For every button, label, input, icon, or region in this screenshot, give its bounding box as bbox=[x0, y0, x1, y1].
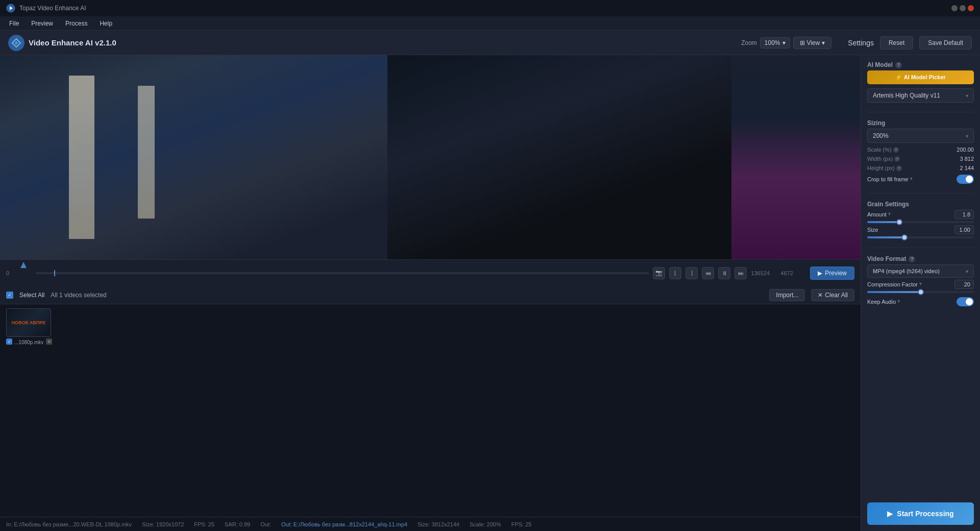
menubar: File Preview Process Help bbox=[0, 16, 980, 31]
divider-2 bbox=[867, 193, 974, 194]
amount-label-row: Amount ? 1.8 bbox=[867, 210, 974, 219]
compression-fill bbox=[867, 291, 921, 293]
clear-icon: ✕ bbox=[818, 292, 823, 299]
keep-audio-toggle[interactable] bbox=[957, 297, 974, 306]
sizing-dropdown[interactable]: 200% ▾ bbox=[867, 129, 974, 143]
video-area: 0 📷 ⌊ ⌋ ⏮ ⏸ ⏭ 136524 4672 ▶ Preview ✓ Se… bbox=[0, 55, 861, 531]
format-dropdown[interactable]: MP4 (mpeg4 (h264) video) ▾ bbox=[867, 264, 974, 278]
zoom-dropdown[interactable]: 100% ▾ bbox=[760, 37, 790, 49]
video-frame bbox=[0, 55, 861, 259]
start-processing-button[interactable]: ▶ Start Processing bbox=[867, 502, 974, 525]
zoom-section: Zoom 100% ▾ ⊞ View ▾ bbox=[741, 37, 831, 49]
scale-value: 200.00 bbox=[957, 147, 974, 153]
select-all-checkbox[interactable]: ✓ bbox=[6, 292, 13, 299]
select-all-label[interactable]: Select All bbox=[19, 292, 44, 299]
size-value[interactable]: 1.00 bbox=[954, 225, 974, 234]
thumbnail[interactable]: HOBOE ABПРE bbox=[6, 308, 51, 337]
amount-slider[interactable] bbox=[867, 221, 974, 223]
pause-button[interactable]: ⏸ bbox=[718, 267, 730, 279]
maximize-button[interactable]: □ bbox=[960, 5, 966, 11]
menu-help[interactable]: Help bbox=[94, 18, 117, 29]
width-label: Width (px) ? bbox=[867, 156, 900, 162]
format-help-icon[interactable]: ? bbox=[909, 256, 915, 262]
save-default-button[interactable]: Save Default bbox=[919, 36, 972, 50]
size-thumb[interactable] bbox=[901, 234, 908, 240]
height-help-icon[interactable]: ? bbox=[896, 165, 902, 171]
end-timecode: 136524 bbox=[751, 270, 776, 276]
compression-value[interactable]: 20 bbox=[954, 280, 974, 289]
scale-help-icon[interactable]: ? bbox=[893, 147, 899, 153]
input-file-label: In: Е:/Любовь без разме...20.WEB-DL.1080… bbox=[6, 521, 132, 527]
sizing-section: Sizing 200% ▾ Scale (%) ? 200.00 Width (… bbox=[867, 119, 974, 186]
file-checkbox[interactable]: ✓ bbox=[6, 339, 12, 345]
reset-button[interactable]: Reset bbox=[880, 36, 913, 50]
menu-preview[interactable]: Preview bbox=[26, 18, 58, 29]
keep-audio-label: Keep Audio ? bbox=[867, 299, 903, 305]
view-button[interactable]: ⊞ View ▾ bbox=[793, 37, 832, 49]
logo: Video Enhance AI v2.1.0 bbox=[8, 35, 116, 51]
size-grain-label: Size bbox=[867, 227, 878, 233]
compression-label: Compression Factor ? bbox=[867, 281, 925, 287]
sizing-label: Sizing bbox=[867, 119, 974, 127]
amount-thumb[interactable] bbox=[896, 219, 902, 225]
scale-row: Scale (%) ? 200.00 bbox=[867, 145, 974, 154]
delete-file-button[interactable]: ✕ bbox=[46, 339, 52, 345]
main-area: 0 📷 ⌊ ⌋ ⏮ ⏸ ⏭ 136524 4672 ▶ Preview ✓ Se… bbox=[0, 55, 980, 531]
input-sar-label: SAR: 0.99 bbox=[225, 521, 250, 527]
amount-help-icon[interactable]: ? bbox=[888, 212, 894, 218]
video-format-section: Video Format ? MP4 (mpeg4 (h264) video) … bbox=[867, 255, 974, 308]
video-format-label: Video Format ? bbox=[867, 255, 974, 262]
crop-toggle[interactable] bbox=[957, 175, 974, 184]
timeline-track[interactable] bbox=[36, 272, 649, 274]
grain-label: Grain Settings bbox=[867, 201, 974, 208]
width-help-icon[interactable]: ? bbox=[894, 156, 900, 162]
thumb-controls: ✓ ...1080p.mkv ✕ bbox=[6, 338, 52, 345]
size-slider-section: Size 1.00 bbox=[867, 225, 974, 238]
keep-audio-help-icon[interactable]: ? bbox=[897, 299, 903, 305]
ai-model-help-icon[interactable]: ? bbox=[895, 62, 902, 68]
ai-model-section: AI Model ? ⚡ AI Model Picker Artemis Hig… bbox=[867, 61, 974, 105]
preview-button[interactable]: ▶ Preview bbox=[810, 267, 854, 280]
thumbnail-inner: HOBOE ABПРE bbox=[7, 309, 51, 336]
crop-help-icon[interactable]: ? bbox=[910, 177, 916, 182]
height-label: Height (px) ? bbox=[867, 165, 902, 171]
screenshot-button[interactable]: 📷 bbox=[653, 267, 665, 279]
output-file-label[interactable]: Out: Е:/Любовь без разм...812x2144_ahq-1… bbox=[281, 521, 407, 527]
mark-out-button[interactable]: ⌋ bbox=[685, 267, 698, 279]
titlebar: Topaz Video Enhance AI ─ □ ✕ bbox=[0, 0, 980, 16]
ai-model-dropdown[interactable]: Artemis High Quality v11 ▾ bbox=[867, 88, 974, 103]
prev-frame-button[interactable]: ⏮ bbox=[702, 267, 714, 279]
view-icon: ⊞ bbox=[800, 39, 805, 46]
spacer bbox=[867, 313, 974, 497]
next-frame-button[interactable]: ⏭ bbox=[734, 267, 747, 279]
compression-slider[interactable] bbox=[867, 291, 974, 293]
ai-model-picker-button[interactable]: ⚡ AI Model Picker bbox=[867, 70, 974, 84]
chevron-down-icon: ▾ bbox=[782, 39, 786, 46]
settings-label: Settings bbox=[848, 39, 874, 47]
divider-3 bbox=[867, 248, 974, 248]
svg-point-2 bbox=[15, 41, 18, 44]
playhead bbox=[54, 270, 55, 276]
height-value: 2 144 bbox=[960, 165, 974, 171]
compression-help-icon[interactable]: ? bbox=[919, 282, 925, 287]
right-panel: AI Model ? ⚡ AI Model Picker Artemis Hig… bbox=[861, 55, 980, 531]
clear-all-button[interactable]: ✕ Clear All bbox=[811, 289, 854, 301]
menu-process[interactable]: Process bbox=[60, 18, 92, 29]
menu-file[interactable]: File bbox=[4, 18, 24, 29]
light-strip bbox=[69, 76, 95, 239]
compression-thumb[interactable] bbox=[918, 289, 924, 295]
filename-label: ...1080p.mkv bbox=[14, 340, 43, 345]
size-slider[interactable] bbox=[867, 236, 974, 238]
minimize-button[interactable]: ─ bbox=[951, 5, 958, 11]
mark-in-button[interactable]: ⌊ bbox=[669, 267, 681, 279]
header: Video Enhance AI v2.1.0 Zoom 100% ▾ ⊞ Vi… bbox=[0, 31, 980, 55]
output-fps-label: FPS: 25 bbox=[511, 521, 532, 527]
selected-count-label: All 1 videos selected bbox=[51, 292, 106, 299]
filelist-content: HOBOE ABПРE ✓ ...1080p.mkv ✕ bbox=[0, 304, 861, 517]
size-fill bbox=[867, 236, 904, 238]
import-button[interactable]: Import... bbox=[769, 289, 805, 301]
transport-controls: 📷 ⌊ ⌋ ⏮ ⏸ ⏭ bbox=[653, 267, 747, 279]
keep-audio-row: Keep Audio ? bbox=[867, 295, 974, 308]
close-button[interactable]: ✕ bbox=[968, 5, 974, 11]
amount-value[interactable]: 1.8 bbox=[954, 210, 974, 219]
